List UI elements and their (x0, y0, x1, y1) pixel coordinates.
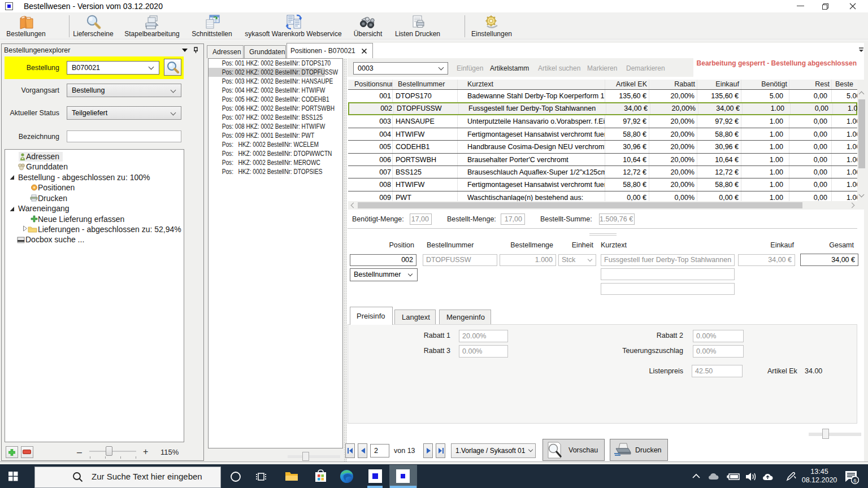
svg-text:6: 6 (853, 477, 856, 483)
